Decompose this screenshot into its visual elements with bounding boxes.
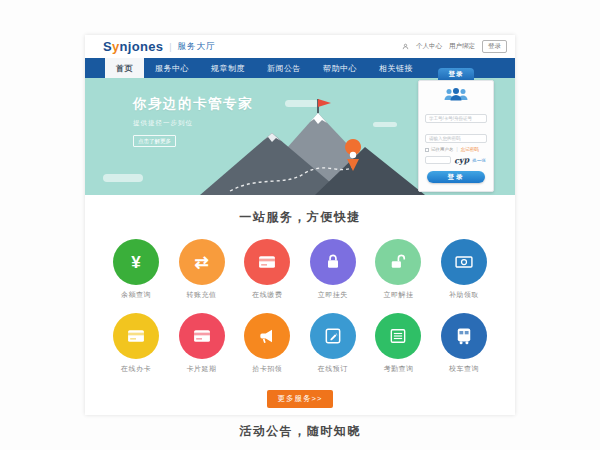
bus-icon	[441, 313, 487, 359]
cloud-decoration	[103, 174, 143, 182]
service-item[interactable]: 补助领取	[438, 239, 490, 300]
service-label: 拾卡招领	[252, 364, 282, 374]
service-item[interactable]: 立即解挂	[372, 239, 424, 300]
header-login-button[interactable]: 登录	[482, 40, 507, 53]
service-label: 考勤查询	[383, 364, 413, 374]
nav-item-news[interactable]: 新闻公告	[256, 58, 312, 78]
services-row-1: ¥余额查询⇄转账充值在线缴费立即挂失立即解挂补助领取	[85, 239, 515, 300]
person-icon	[402, 43, 409, 50]
top-header: Synjones | 服务大厅 个人中心 用户绑定 登录	[85, 35, 515, 58]
banknote-icon	[441, 239, 487, 285]
service-item[interactable]: 在线缴费	[241, 239, 293, 300]
login-options: 记住用户名 | 忘记密码	[425, 147, 487, 152]
service-label: 在线缴费	[252, 290, 282, 300]
users-icon	[425, 87, 487, 101]
lock-icon	[310, 239, 356, 285]
service-item[interactable]: 考勤查询	[372, 313, 424, 374]
service-label: 在线预订	[318, 364, 348, 374]
login-panel: 登录 记住用户名 | 忘记密码	[418, 68, 494, 192]
nav-item-help-center[interactable]: 帮助中心	[312, 58, 368, 78]
forgot-password-link[interactable]: 忘记密码	[461, 147, 479, 152]
screenshot-canvas: Synjones | 服务大厅 个人中心 用户绑定 登录 首页服务中心规章制度新…	[0, 0, 600, 450]
megaphone-icon	[244, 313, 290, 359]
logo-text: S	[103, 39, 112, 54]
options-separator: |	[457, 147, 458, 152]
logo-accent: y	[112, 39, 120, 54]
logo-text-rest: njones	[120, 39, 164, 54]
header-links: 个人中心 用户绑定 登录	[402, 40, 507, 53]
hero-subtitle: 提供捷径一步到位	[133, 119, 253, 128]
service-label: 立即挂失	[318, 290, 348, 300]
nav-item-service-center[interactable]: 服务中心	[144, 58, 200, 78]
card-icon	[244, 239, 290, 285]
service-label: 余额查询	[121, 290, 151, 300]
card-icon	[113, 313, 159, 359]
remember-label: 记住用户名	[431, 147, 454, 152]
logo-divider: |	[169, 42, 171, 52]
transfer-icon: ⇄	[179, 239, 225, 285]
service-label: 校车查询	[449, 364, 479, 374]
username-input[interactable]	[425, 114, 487, 123]
service-item[interactable]: 校车查询	[438, 313, 490, 374]
services-section: 一站服务，方便快捷 ¥余额查询⇄转账充值在线缴费立即挂失立即解挂补助领取 在线办…	[85, 195, 515, 408]
service-item[interactable]: 立即挂失	[307, 239, 359, 300]
site-name: 服务大厅	[178, 41, 216, 53]
service-item[interactable]: 在线预订	[307, 313, 359, 374]
hero-title: 你身边的卡管专家	[133, 95, 253, 113]
service-item[interactable]: 在线办卡	[110, 313, 162, 374]
password-input[interactable]	[425, 134, 487, 143]
captcha-input[interactable]	[425, 156, 451, 164]
unlock-icon	[375, 239, 421, 285]
service-item[interactable]: ¥余额查询	[110, 239, 162, 300]
card-icon	[179, 313, 225, 359]
service-label: 卡片延期	[187, 364, 217, 374]
nav-item-links[interactable]: 相关链接	[368, 58, 424, 78]
captcha-row: cyp 换一张	[425, 155, 487, 165]
yen-icon: ¥	[113, 239, 159, 285]
remember-checkbox[interactable]	[425, 148, 429, 152]
captcha-image[interactable]: cyp	[454, 154, 470, 165]
portal-page: Synjones | 服务大厅 个人中心 用户绑定 登录 首页服务中心规章制度新…	[85, 35, 515, 415]
more-services-button[interactable]: 更多服务>>	[267, 390, 333, 408]
nav-item-home[interactable]: 首页	[105, 58, 144, 78]
service-item[interactable]: 拾卡招领	[241, 313, 293, 374]
service-label: 立即解挂	[383, 290, 413, 300]
announcements-section: 活动公告，随时知晓 使用攻略最新公告更多>>使用指南更多>>	[85, 423, 515, 450]
nav-item-rules[interactable]: 规章制度	[200, 58, 256, 78]
personal-center-link[interactable]: 个人中心	[416, 42, 442, 51]
service-label: 在线办卡	[121, 364, 151, 374]
synjones-logo[interactable]: Synjones	[103, 39, 163, 54]
change-captcha-link[interactable]: 换一张	[472, 158, 486, 163]
hero-cta-button[interactable]: 点击了解更多	[133, 135, 176, 147]
login-submit-button[interactable]: 登录	[427, 171, 485, 183]
service-item[interactable]: ⇄转账充值	[176, 239, 228, 300]
login-tab[interactable]: 登录	[438, 68, 474, 80]
service-item[interactable]: 卡片延期	[176, 313, 228, 374]
service-label: 转账充值	[187, 290, 217, 300]
hero-text-block: 你身边的卡管专家 提供捷径一步到位 点击了解更多	[133, 95, 253, 147]
login-form: 记住用户名 | 忘记密码 cyp 换一张 登录	[418, 80, 494, 192]
edit-icon	[310, 313, 356, 359]
service-label: 补助领取	[449, 290, 479, 300]
services-row-2: 在线办卡卡片延期拾卡招领在线预订考勤查询校车查询	[85, 313, 515, 374]
list-icon	[375, 313, 421, 359]
announcements-title: 活动公告，随时知晓	[85, 423, 515, 440]
user-bind-link[interactable]: 用户绑定	[449, 42, 475, 51]
services-title: 一站服务，方便快捷	[85, 209, 515, 226]
